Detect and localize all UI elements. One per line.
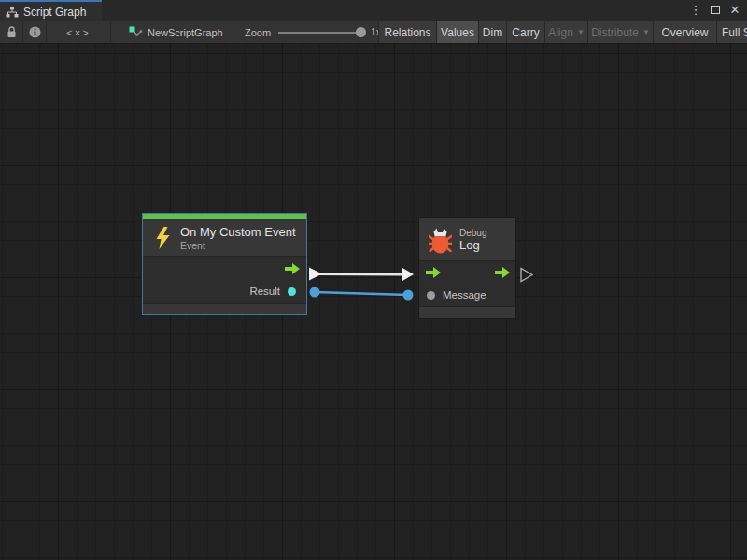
node-footer <box>419 307 515 318</box>
full-screen-button[interactable]: Full S <box>716 21 747 43</box>
maximize-icon[interactable] <box>709 1 722 20</box>
control-output-arrow-icon[interactable] <box>495 267 510 278</box>
control-connection[interactable] <box>309 268 414 282</box>
zoom-slider-track[interactable] <box>278 32 364 34</box>
close-icon[interactable]: ✕ <box>728 1 741 20</box>
tab-title: Script Graph <box>23 6 86 19</box>
unconnected-control-marker[interactable] <box>521 269 532 282</box>
relations-button[interactable]: Relations <box>378 21 436 43</box>
graph-name-breadcrumb[interactable]: NewScriptGraph <box>129 21 223 43</box>
graph-canvas[interactable]: On My Custom Event Event Result <box>0 44 747 560</box>
node-title: Log <box>459 238 486 252</box>
result-output-port[interactable]: Result <box>143 280 306 302</box>
chevron-down-icon: ▼ <box>642 28 650 36</box>
node-debug-log[interactable]: Debug Log <box>418 217 516 319</box>
node-subtitle: Event <box>180 240 296 251</box>
window-controls: ⋮ ✕ <box>689 0 747 21</box>
overview-button[interactable]: Overview <box>653 21 716 43</box>
control-output-port[interactable] <box>143 258 306 280</box>
graph-hierarchy-icon <box>6 7 19 18</box>
bug-icon <box>429 226 452 254</box>
zoom-label: Zoom <box>245 27 271 38</box>
node-header[interactable]: On My Custom Event Event <box>143 219 306 256</box>
value-port-dot[interactable] <box>288 287 296 296</box>
zoom-slider-handle[interactable] <box>356 27 366 37</box>
node-title: On My Custom Event <box>180 225 296 239</box>
lock-icon <box>7 26 17 38</box>
angle-brackets-x-icon: <×> <box>66 27 90 38</box>
zoom-control: Zoom 1x <box>245 21 381 43</box>
value-connection[interactable] <box>310 287 414 301</box>
port-label: Result <box>249 286 280 297</box>
chevron-down-icon: ▼ <box>577 28 585 36</box>
value-port-dot[interactable] <box>427 291 435 300</box>
node-footer <box>143 304 306 314</box>
graph-name-label: NewScriptGraph <box>148 27 223 38</box>
control-port-arrow-icon <box>285 263 300 274</box>
more-options-icon[interactable]: ⋮ <box>689 1 702 20</box>
script-graph-window: Script Graph ⋮ ✕ <box>0 0 747 560</box>
window-tab-bar: Script Graph ⋮ ✕ <box>0 0 747 21</box>
lightning-bolt-icon <box>154 227 172 249</box>
toolbar-buttons: Relations Values Dim Carry Align ▼ Distr… <box>378 21 747 43</box>
control-ports-row <box>419 261 515 284</box>
graph-toolbar: <×> NewScriptGraph Zoom 1x Rel <box>0 21 747 44</box>
values-button[interactable]: Values <box>436 21 478 43</box>
distribute-dropdown[interactable]: Distribute ▼ <box>587 21 653 43</box>
info-button[interactable] <box>23 21 46 43</box>
node-header[interactable]: Debug Log <box>419 218 515 260</box>
message-input-port[interactable]: Message <box>419 284 515 306</box>
code-toggle-button[interactable]: <×> <box>47 21 110 43</box>
connections-layer <box>0 44 747 560</box>
node-on-my-custom-event[interactable]: On My Custom Event Event Result <box>142 213 307 315</box>
control-input-arrow-icon[interactable] <box>426 267 441 278</box>
script-graph-asset-icon <box>129 26 143 38</box>
tab-script-graph[interactable]: Script Graph <box>0 0 102 21</box>
info-icon <box>29 26 41 38</box>
lock-button[interactable] <box>0 21 22 43</box>
align-dropdown[interactable]: Align ▼ <box>544 21 587 43</box>
carry-button[interactable]: Carry <box>506 21 544 43</box>
dim-button[interactable]: Dim <box>478 21 506 43</box>
port-label: Message <box>443 289 486 301</box>
node-category: Debug <box>459 228 486 238</box>
